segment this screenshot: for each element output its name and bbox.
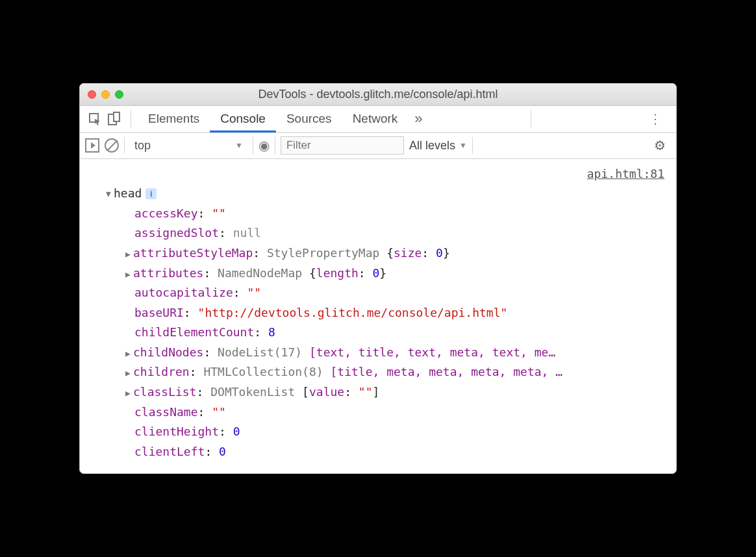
titlebar: DevTools - devtools.glitch.me/console/ap…: [80, 84, 676, 106]
eye-icon[interactable]: ◉: [258, 138, 270, 153]
tab-sources[interactable]: Sources: [276, 106, 342, 132]
context-selector[interactable]: top ▼: [130, 137, 247, 155]
prop-attributeStyleMap[interactable]: ▶attributeStyleMap: StylePropertyMap {si…: [89, 243, 667, 264]
prop-baseURI[interactable]: baseURI: "http://devtools.glitch.me/cons…: [89, 303, 667, 323]
prop-attributes[interactable]: ▶attributes: NamedNodeMap {length: 0}: [89, 264, 667, 284]
object-header[interactable]: ▼headi: [89, 184, 667, 204]
prop-classList[interactable]: ▶classList: DOMTokenList [value: ""]: [89, 382, 667, 402]
filter-input[interactable]: [281, 136, 404, 155]
prop-accessKey[interactable]: accessKey: "": [89, 204, 667, 224]
svg-rect-2: [114, 112, 120, 121]
inspect-icon[interactable]: [85, 109, 105, 129]
device-toggle-icon[interactable]: [105, 109, 124, 129]
prop-clientLeft[interactable]: clientLeft: 0: [89, 442, 667, 462]
chevron-down-icon: ▼: [459, 141, 467, 150]
console-toolbar: top ▼ ◉ All levels ▼ ⚙: [80, 133, 676, 159]
log-levels-selector[interactable]: All levels ▼: [409, 139, 467, 153]
sidebar-toggle-icon[interactable]: [85, 138, 99, 153]
separator: [253, 137, 253, 154]
disclosure-triangle-icon[interactable]: ▼: [105, 187, 112, 201]
disclosure-triangle-icon[interactable]: ▶: [124, 347, 132, 361]
separator: [124, 137, 125, 154]
context-value: top: [134, 139, 151, 153]
prop-children[interactable]: ▶children: HTMLCollection(8) [title, met…: [89, 362, 667, 382]
kebab-menu-icon[interactable]: ⋮: [640, 111, 671, 127]
source-link[interactable]: api.html:81: [89, 164, 667, 184]
prop-childElementCount[interactable]: childElementCount: 8: [89, 323, 667, 343]
tab-network[interactable]: Network: [342, 106, 409, 132]
gear-icon[interactable]: ⚙: [654, 138, 671, 153]
prop-clientHeight[interactable]: clientHeight: 0: [89, 422, 667, 442]
console-output: api.html:81 ▼headi accessKey: "" assigne…: [80, 159, 676, 474]
object-name: head: [114, 186, 142, 200]
tabbar: Elements Console Sources Network » ⋮: [80, 106, 676, 133]
prop-assignedSlot[interactable]: assignedSlot: null: [89, 223, 667, 243]
clear-console-icon[interactable]: [105, 138, 119, 153]
close-icon[interactable]: [88, 90, 96, 99]
disclosure-triangle-icon[interactable]: ▶: [124, 386, 132, 401]
tab-elements[interactable]: Elements: [138, 106, 210, 132]
minimize-icon[interactable]: [101, 90, 110, 99]
prop-childNodes[interactable]: ▶childNodes: NodeList(17) [text, title, …: [89, 343, 667, 363]
levels-label: All levels: [409, 139, 455, 153]
separator: [131, 110, 131, 127]
prop-className[interactable]: className: "": [89, 402, 667, 423]
devtools-window: DevTools - devtools.glitch.me/console/ap…: [79, 83, 677, 475]
info-icon[interactable]: i: [145, 188, 157, 199]
chevron-down-icon: ▼: [235, 141, 243, 150]
separator: [531, 110, 531, 127]
separator: [275, 137, 275, 154]
disclosure-triangle-icon[interactable]: ▶: [124, 267, 132, 282]
window-title: DevTools - devtools.glitch.me/console/ap…: [80, 88, 676, 101]
more-tabs-icon[interactable]: »: [408, 110, 429, 127]
maximize-icon[interactable]: [115, 90, 123, 99]
prop-autocapitalize[interactable]: autocapitalize: "": [89, 283, 667, 303]
tab-console[interactable]: Console: [210, 106, 276, 132]
disclosure-triangle-icon[interactable]: ▶: [124, 247, 132, 262]
separator: [472, 137, 473, 154]
traffic-lights: [88, 90, 123, 99]
disclosure-triangle-icon[interactable]: ▶: [124, 366, 132, 380]
